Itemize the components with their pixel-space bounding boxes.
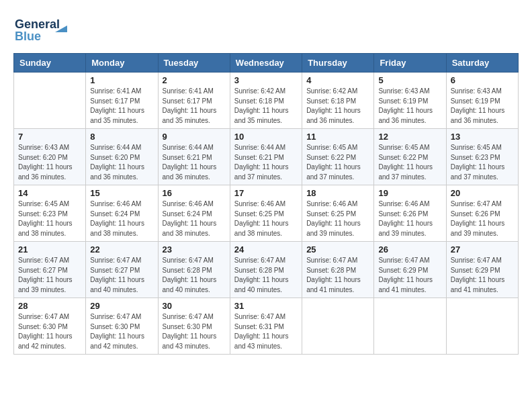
day-info: Sunrise: 6:47 AM Sunset: 6:26 PM Dayligh… bbox=[451, 199, 514, 238]
calendar-cell: 10Sunrise: 6:44 AM Sunset: 6:21 PM Dayli… bbox=[230, 129, 302, 185]
logo: General Blue bbox=[13, 13, 74, 46]
day-number: 27 bbox=[451, 244, 514, 255]
day-number: 3 bbox=[234, 75, 298, 85]
calendar-cell: 12Sunrise: 6:45 AM Sunset: 6:22 PM Dayli… bbox=[374, 129, 446, 185]
day-number: 12 bbox=[378, 132, 441, 142]
week-row-3: 14Sunrise: 6:45 AM Sunset: 6:23 PM Dayli… bbox=[14, 185, 519, 242]
day-number: 2 bbox=[163, 75, 226, 85]
day-info: Sunrise: 6:44 AM Sunset: 6:21 PM Dayligh… bbox=[163, 143, 226, 182]
day-info: Sunrise: 6:44 AM Sunset: 6:20 PM Dayligh… bbox=[90, 143, 153, 182]
day-info: Sunrise: 6:46 AM Sunset: 6:24 PM Dayligh… bbox=[163, 199, 226, 238]
week-row-4: 21Sunrise: 6:47 AM Sunset: 6:27 PM Dayli… bbox=[14, 242, 519, 298]
weekday-header-wednesday: Wednesday bbox=[230, 54, 302, 73]
weekday-header-saturday: Saturday bbox=[446, 54, 518, 73]
day-info: Sunrise: 6:47 AM Sunset: 6:29 PM Dayligh… bbox=[378, 256, 441, 295]
calendar-cell bbox=[302, 298, 374, 355]
day-info: Sunrise: 6:47 AM Sunset: 6:27 PM Dayligh… bbox=[18, 256, 81, 295]
calendar-cell: 28Sunrise: 6:47 AM Sunset: 6:30 PM Dayli… bbox=[14, 298, 86, 355]
day-info: Sunrise: 6:42 AM Sunset: 6:18 PM Dayligh… bbox=[306, 87, 369, 126]
day-number: 20 bbox=[451, 188, 514, 198]
calendar-cell: 2Sunrise: 6:41 AM Sunset: 6:17 PM Daylig… bbox=[158, 73, 230, 129]
calendar-cell: 1Sunrise: 6:41 AM Sunset: 6:17 PM Daylig… bbox=[86, 73, 158, 129]
weekday-header-tuesday: Tuesday bbox=[158, 54, 230, 73]
day-info: Sunrise: 6:43 AM Sunset: 6:19 PM Dayligh… bbox=[451, 87, 514, 126]
weekday-header-row: SundayMondayTuesdayWednesdayThursdayFrid… bbox=[14, 54, 519, 73]
day-info: Sunrise: 6:46 AM Sunset: 6:25 PM Dayligh… bbox=[234, 199, 298, 238]
calendar-cell: 31Sunrise: 6:47 AM Sunset: 6:31 PM Dayli… bbox=[230, 298, 302, 355]
calendar-cell: 20Sunrise: 6:47 AM Sunset: 6:26 PM Dayli… bbox=[446, 185, 518, 242]
day-number: 10 bbox=[234, 132, 298, 142]
day-info: Sunrise: 6:47 AM Sunset: 6:28 PM Dayligh… bbox=[163, 256, 226, 295]
week-row-2: 7Sunrise: 6:43 AM Sunset: 6:20 PM Daylig… bbox=[14, 129, 519, 185]
day-number: 6 bbox=[451, 75, 514, 85]
calendar-cell: 22Sunrise: 6:47 AM Sunset: 6:27 PM Dayli… bbox=[86, 242, 158, 298]
day-number: 31 bbox=[234, 301, 298, 311]
day-info: Sunrise: 6:47 AM Sunset: 6:30 PM Dayligh… bbox=[18, 312, 81, 351]
day-info: Sunrise: 6:46 AM Sunset: 6:24 PM Dayligh… bbox=[90, 199, 153, 238]
day-info: Sunrise: 6:47 AM Sunset: 6:30 PM Dayligh… bbox=[90, 312, 153, 351]
calendar-cell: 29Sunrise: 6:47 AM Sunset: 6:30 PM Dayli… bbox=[86, 298, 158, 355]
page-header: General Blue bbox=[13, 13, 519, 46]
day-number: 18 bbox=[306, 188, 369, 198]
weekday-header-friday: Friday bbox=[374, 54, 446, 73]
day-number: 21 bbox=[18, 244, 81, 255]
day-info: Sunrise: 6:44 AM Sunset: 6:21 PM Dayligh… bbox=[234, 143, 298, 182]
svg-text:Blue: Blue bbox=[15, 30, 41, 43]
day-info: Sunrise: 6:47 AM Sunset: 6:28 PM Dayligh… bbox=[306, 256, 369, 295]
day-info: Sunrise: 6:45 AM Sunset: 6:22 PM Dayligh… bbox=[378, 143, 441, 182]
weekday-header-thursday: Thursday bbox=[302, 54, 374, 73]
svg-text:General: General bbox=[15, 17, 60, 31]
day-number: 13 bbox=[451, 132, 514, 142]
calendar-cell: 18Sunrise: 6:46 AM Sunset: 6:25 PM Dayli… bbox=[302, 185, 374, 242]
calendar-cell: 3Sunrise: 6:42 AM Sunset: 6:18 PM Daylig… bbox=[230, 73, 302, 129]
day-number: 30 bbox=[163, 301, 226, 311]
calendar-cell: 7Sunrise: 6:43 AM Sunset: 6:20 PM Daylig… bbox=[14, 129, 86, 185]
day-number: 9 bbox=[163, 132, 226, 142]
day-info: Sunrise: 6:45 AM Sunset: 6:23 PM Dayligh… bbox=[18, 199, 81, 238]
day-info: Sunrise: 6:41 AM Sunset: 6:17 PM Dayligh… bbox=[90, 87, 153, 126]
day-info: Sunrise: 6:47 AM Sunset: 6:28 PM Dayligh… bbox=[234, 256, 298, 295]
week-row-1: 1Sunrise: 6:41 AM Sunset: 6:17 PM Daylig… bbox=[14, 73, 519, 129]
day-number: 26 bbox=[378, 244, 441, 255]
calendar-cell: 11Sunrise: 6:45 AM Sunset: 6:22 PM Dayli… bbox=[302, 129, 374, 185]
calendar-cell: 9Sunrise: 6:44 AM Sunset: 6:21 PM Daylig… bbox=[158, 129, 230, 185]
day-info: Sunrise: 6:46 AM Sunset: 6:26 PM Dayligh… bbox=[378, 199, 441, 238]
day-number: 22 bbox=[90, 244, 153, 255]
day-number: 28 bbox=[18, 301, 81, 311]
day-number: 7 bbox=[18, 132, 81, 142]
day-info: Sunrise: 6:43 AM Sunset: 6:19 PM Dayligh… bbox=[378, 87, 441, 126]
day-info: Sunrise: 6:47 AM Sunset: 6:30 PM Dayligh… bbox=[163, 312, 226, 351]
calendar-cell: 5Sunrise: 6:43 AM Sunset: 6:19 PM Daylig… bbox=[374, 73, 446, 129]
weekday-header-monday: Monday bbox=[86, 54, 158, 73]
day-info: Sunrise: 6:46 AM Sunset: 6:25 PM Dayligh… bbox=[306, 199, 369, 238]
calendar-cell: 19Sunrise: 6:46 AM Sunset: 6:26 PM Dayli… bbox=[374, 185, 446, 242]
calendar-cell bbox=[14, 73, 86, 129]
calendar-table: SundayMondayTuesdayWednesdayThursdayFrid… bbox=[13, 53, 519, 355]
day-info: Sunrise: 6:45 AM Sunset: 6:23 PM Dayligh… bbox=[451, 143, 514, 182]
calendar-cell: 13Sunrise: 6:45 AM Sunset: 6:23 PM Dayli… bbox=[446, 129, 518, 185]
calendar-cell: 24Sunrise: 6:47 AM Sunset: 6:28 PM Dayli… bbox=[230, 242, 302, 298]
day-number: 11 bbox=[306, 132, 369, 142]
calendar-cell: 26Sunrise: 6:47 AM Sunset: 6:29 PM Dayli… bbox=[374, 242, 446, 298]
week-row-5: 28Sunrise: 6:47 AM Sunset: 6:30 PM Dayli… bbox=[14, 298, 519, 355]
day-number: 25 bbox=[306, 244, 369, 255]
day-number: 16 bbox=[163, 188, 226, 198]
day-number: 1 bbox=[90, 75, 153, 85]
day-number: 4 bbox=[306, 75, 369, 85]
calendar-cell: 17Sunrise: 6:46 AM Sunset: 6:25 PM Dayli… bbox=[230, 185, 302, 242]
day-info: Sunrise: 6:47 AM Sunset: 6:31 PM Dayligh… bbox=[234, 312, 298, 351]
calendar-cell: 16Sunrise: 6:46 AM Sunset: 6:24 PM Dayli… bbox=[158, 185, 230, 242]
calendar-cell: 23Sunrise: 6:47 AM Sunset: 6:28 PM Dayli… bbox=[158, 242, 230, 298]
calendar-cell: 27Sunrise: 6:47 AM Sunset: 6:29 PM Dayli… bbox=[446, 242, 518, 298]
calendar-cell: 25Sunrise: 6:47 AM Sunset: 6:28 PM Dayli… bbox=[302, 242, 374, 298]
day-number: 19 bbox=[378, 188, 441, 198]
day-info: Sunrise: 6:47 AM Sunset: 6:29 PM Dayligh… bbox=[451, 256, 514, 295]
day-number: 14 bbox=[18, 188, 81, 198]
calendar-cell: 14Sunrise: 6:45 AM Sunset: 6:23 PM Dayli… bbox=[14, 185, 86, 242]
calendar-cell: 8Sunrise: 6:44 AM Sunset: 6:20 PM Daylig… bbox=[86, 129, 158, 185]
calendar-cell: 21Sunrise: 6:47 AM Sunset: 6:27 PM Dayli… bbox=[14, 242, 86, 298]
weekday-header-sunday: Sunday bbox=[14, 54, 86, 73]
day-info: Sunrise: 6:47 AM Sunset: 6:27 PM Dayligh… bbox=[90, 256, 153, 295]
day-number: 8 bbox=[90, 132, 153, 142]
calendar-cell: 6Sunrise: 6:43 AM Sunset: 6:19 PM Daylig… bbox=[446, 73, 518, 129]
